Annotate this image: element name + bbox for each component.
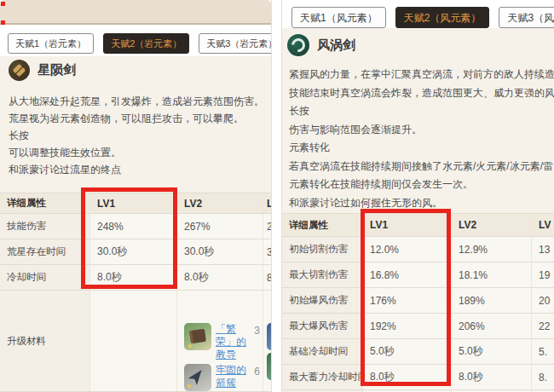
- materials-label: 升级材料: [0, 291, 89, 391]
- description-line: 从大地深处升起荒星，引发爆炸，造成岩元素范围伤害。: [9, 93, 264, 110]
- header-lv2: LV2: [176, 193, 263, 213]
- stat-lv3: 3: [263, 239, 272, 264]
- material-link-teachings[interactable]: 「繁荣」的教导: [216, 323, 254, 361]
- material-list-partial: [267, 291, 272, 383]
- description-line: 元素转化在技能持续期间仅会发生一次。: [289, 176, 554, 194]
- materials-lv2-cell: 「繁荣」的教导 3 牢固的箭簇 6: [176, 291, 263, 391]
- material-count: 6: [254, 364, 263, 378]
- skill-description: 从大地深处升起荒星，引发爆炸，造成岩元素范围伤害。 荒星视为岩元素创造物，可以阻…: [9, 93, 264, 178]
- material-list: 「繁荣」的教导 3 牢固的箭簇 6: [184, 291, 263, 391]
- stat-lv3: 2: [263, 214, 272, 239]
- arrowhead-icon: [184, 364, 211, 391]
- stat-label: 初始爆风伤害: [282, 288, 362, 313]
- stat-label: 初始切割伤害: [282, 237, 362, 262]
- tab-talent1-geo[interactable]: 天赋1（岩元素）: [8, 33, 94, 54]
- material-count: 3: [254, 323, 263, 337]
- geo-element-icon: [9, 60, 30, 81]
- stat-lv3: 8.: [531, 365, 554, 389]
- stat-lv2: 18.1%: [451, 262, 531, 287]
- description-line: 元素转化: [289, 139, 554, 158]
- stat-lv2: 8.0秒: [451, 365, 531, 389]
- materials-row: 升级材料 「繁荣」的教导 3 牢固的箭簇 6: [0, 290, 272, 392]
- materials-lv3-cell: [263, 291, 272, 391]
- stat-lv3: 20: [531, 288, 554, 313]
- description-line: 技能结束时真空涡流会炸裂，造成范围更大、威力更强的风元素: [289, 84, 554, 103]
- stat-label: 技能伤害: [0, 214, 89, 239]
- lv1-highlight-rect-left: [81, 187, 177, 289]
- header-attr: 详细属性: [282, 214, 362, 236]
- skill-name: 星陨剑: [38, 62, 76, 78]
- stat-label: 基础冷却时间: [282, 339, 362, 364]
- material-item: 牢固的箭簇 6: [184, 364, 263, 391]
- description-line: 伤害与影响范围会逐渐提升。: [289, 121, 554, 140]
- description-line: 紧握风的力量，在掌中汇聚真空涡流，对前方的敌人持续造成风: [289, 66, 554, 84]
- talent-tabs-right: 天赋1（风元素） 天赋2（风元素） 天赋3（风元素）: [291, 7, 554, 28]
- stat-lv2: 206%: [451, 314, 531, 338]
- stat-label: 冷却时间: [0, 265, 89, 290]
- material-item: 「繁荣」的教导 3: [184, 323, 263, 361]
- stat-lv2: 8.0秒: [176, 265, 263, 290]
- stat-label: 最大切割伤害: [282, 262, 362, 287]
- stat-lv2: 5.0秒: [451, 339, 531, 364]
- header-lv3: LV: [531, 214, 554, 236]
- stat-lv2: 30.0秒: [176, 239, 263, 264]
- skill-description: 紧握风的力量，在掌中汇聚真空涡流，对前方的敌人持续造成风 技能结束时真空涡流会炸…: [289, 66, 554, 212]
- lv1-highlight-rect-right: [361, 209, 451, 386]
- skill-title-row: 风涡剑: [287, 34, 355, 56]
- description-line: 长按: [289, 102, 554, 121]
- tab-talent1-anemo[interactable]: 天赋1（风元素）: [291, 7, 386, 28]
- tab-talent2-geo[interactable]: 天赋2（岩元素）: [103, 33, 189, 54]
- anemo-element-icon: [287, 34, 309, 56]
- annotation-handle: [1, 2, 5, 6]
- material-link-arrowhead[interactable]: 牢固的箭簇: [216, 364, 254, 389]
- stat-lv2: 12.9%: [451, 237, 531, 262]
- tab-talent2-anemo[interactable]: 天赋2（风元素）: [395, 7, 490, 28]
- stat-lv3: 5.: [531, 339, 554, 364]
- stat-label: 最大爆风伤害: [282, 314, 362, 338]
- stat-lv3: 19: [531, 262, 554, 287]
- annotation-handle: [1, 20, 5, 25]
- description-line: 荒星视为岩元素创造物，可以阻拦攻击，可以攀爬。: [9, 110, 264, 127]
- stat-lv2: 189%: [451, 288, 531, 313]
- stat-lv3: 13: [531, 237, 554, 262]
- talent-book-icon: [184, 323, 211, 350]
- green-material-icon: [267, 353, 272, 380]
- panel-header-bar: [0, 0, 271, 25]
- header-lv3: L: [263, 193, 272, 213]
- stat-lv2: 267%: [176, 214, 263, 239]
- materials-lv1-cell: [89, 291, 176, 391]
- header-lv2: LV2: [451, 214, 531, 236]
- description-line: 和派蒙讨论过流星的终点: [9, 161, 264, 178]
- description-line: 长按: [9, 127, 264, 144]
- skill-name: 风涡剑: [317, 37, 355, 54]
- stat-label: 荒星存在时间: [0, 239, 89, 264]
- description-line: 可以调整技能生效位置。: [9, 144, 264, 161]
- stat-lv3: 22: [531, 314, 554, 338]
- header-attr: 详细属性: [0, 193, 89, 213]
- tab-talent3-geo[interactable]: 天赋3（岩元素）: [199, 33, 272, 54]
- stat-lv3: 8: [263, 265, 272, 290]
- skill-title-row: 星陨剑: [9, 60, 76, 81]
- talent-tabs-left: 天赋1（岩元素） 天赋2（岩元素） 天赋3（岩元素）: [8, 33, 272, 54]
- blue-material-icon: [267, 323, 272, 350]
- tab-talent3-anemo[interactable]: 天赋3（风元素）: [499, 7, 554, 28]
- description-line: 若真空涡流在技能持续期间接触了水元素/火元素/冰元素/雷元素: [289, 158, 554, 176]
- stat-label: 最大蓄力冷却时间: [282, 365, 362, 389]
